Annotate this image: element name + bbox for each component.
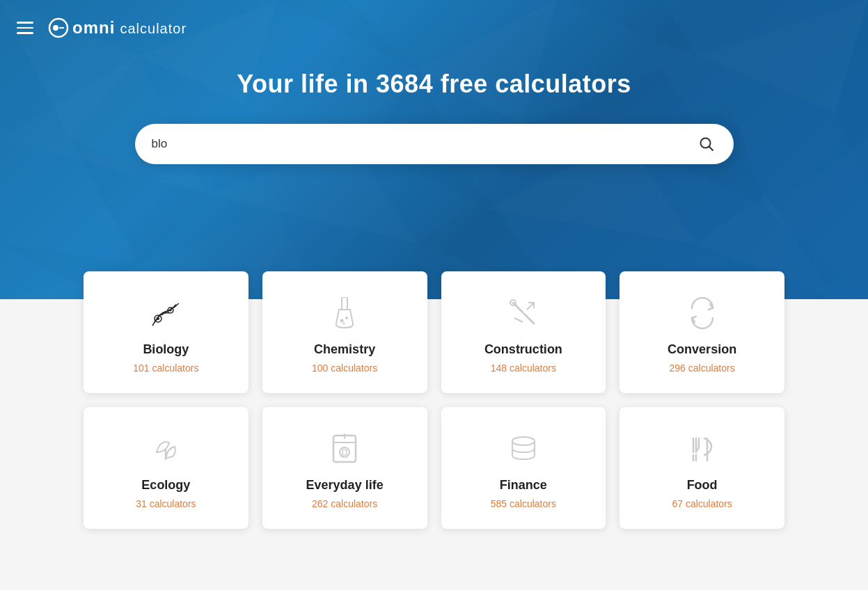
cards-section: Biology 101 calculators Chemistry 100 ca… (0, 271, 868, 543)
conversion-title: Conversion (668, 342, 736, 357)
cards-row-1: Biology 101 calculators Chemistry 100 ca… (84, 271, 784, 393)
card-food[interactable]: Food 67 calculators (620, 407, 784, 529)
cards-row-2: Ecology 31 calculators Everyday life 262… (84, 407, 784, 529)
svg-point-31 (340, 319, 344, 323)
card-construction[interactable]: Construction 148 calculators (441, 271, 606, 393)
svg-line-25 (709, 147, 713, 151)
ecology-icon (150, 432, 182, 465)
card-conversion[interactable]: Conversion 296 calculators (620, 271, 784, 393)
conversion-icon (686, 296, 718, 330)
card-finance[interactable]: Finance 585 calculators (441, 407, 606, 529)
food-icon (686, 432, 718, 465)
svg-line-37 (514, 318, 523, 322)
search-bar (135, 124, 734, 164)
chemistry-count: 100 calculators (312, 362, 377, 374)
search-button[interactable] (696, 134, 717, 154)
food-count: 67 calculators (672, 498, 732, 509)
svg-point-27 (157, 317, 159, 320)
card-ecology[interactable]: Ecology 31 calculators (84, 407, 248, 529)
logo-text: omni calculator (72, 18, 187, 38)
logo[interactable]: omni calculator (47, 17, 187, 39)
biology-count: 101 calculators (133, 362, 198, 374)
search-icon (699, 136, 714, 152)
biology-title: Biology (143, 342, 189, 357)
card-everyday-life[interactable]: Everyday life 262 calculators (262, 407, 427, 529)
construction-icon (507, 296, 539, 330)
svg-rect-38 (333, 436, 356, 462)
ecology-title: Ecology (141, 478, 190, 493)
svg-rect-41 (342, 449, 347, 455)
logo-icon (47, 17, 70, 39)
construction-title: Construction (484, 342, 562, 357)
conversion-count: 296 calculators (670, 362, 735, 374)
hero-content: Your life in 3684 free calculators (0, 70, 868, 164)
food-title: Food (687, 478, 718, 493)
svg-line-36 (524, 314, 534, 324)
biology-icon (150, 296, 182, 330)
search-input[interactable] (152, 137, 696, 151)
ecology-count: 31 calculators (136, 498, 196, 509)
hero-title: Your life in 3684 free calculators (237, 70, 631, 99)
card-chemistry[interactable]: Chemistry 100 calculators (262, 271, 427, 393)
svg-rect-30 (342, 297, 347, 310)
svg-line-34 (513, 303, 523, 312)
svg-point-32 (345, 317, 348, 319)
everyday-life-icon (331, 432, 358, 465)
svg-point-29 (170, 310, 172, 312)
svg-point-43 (512, 437, 535, 445)
header: omni calculator (0, 0, 868, 56)
finance-icon (507, 432, 539, 465)
finance-title: Finance (500, 478, 547, 493)
svg-point-22 (53, 25, 58, 31)
card-biology[interactable]: Biology 101 calculators (84, 271, 248, 393)
svg-point-33 (343, 323, 345, 325)
construction-count: 148 calculators (491, 362, 556, 374)
chemistry-icon (335, 296, 354, 330)
finance-count: 585 calculators (491, 498, 556, 509)
svg-point-40 (340, 447, 349, 457)
menu-button[interactable] (17, 22, 33, 34)
everyday-life-title: Everyday life (306, 478, 384, 493)
everyday-life-count: 262 calculators (312, 498, 377, 509)
chemistry-title: Chemistry (314, 342, 375, 357)
